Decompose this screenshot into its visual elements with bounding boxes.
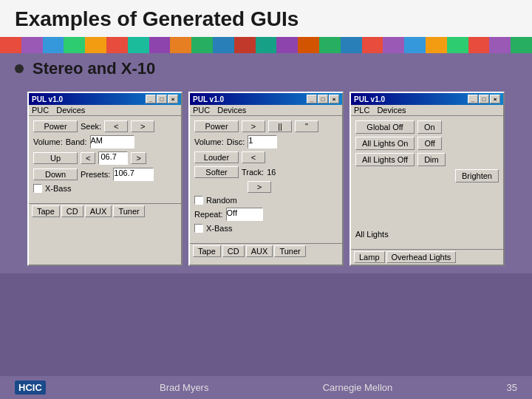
win2-tab-cd[interactable]: CD bbox=[222, 245, 245, 257]
win1-maximize[interactable]: □ bbox=[157, 95, 167, 103]
win2-minimize[interactable]: _ bbox=[307, 95, 317, 103]
win1-menubar: PUC Devices bbox=[29, 105, 181, 116]
win1-controls: _ □ × bbox=[146, 95, 178, 103]
win3-off-btn[interactable]: Off bbox=[417, 137, 441, 150]
win3-maximize[interactable]: □ bbox=[479, 95, 489, 103]
win2-xbass-check[interactable] bbox=[194, 224, 203, 233]
win3-tab-lamp[interactable]: Lamp bbox=[354, 251, 385, 263]
win2-volume-label: Volume: bbox=[194, 137, 224, 146]
win2-menu-puc[interactable]: PUC bbox=[193, 106, 210, 115]
footer-logo: HCIC bbox=[15, 381, 46, 395]
win2-menu-devices[interactable]: Devices bbox=[217, 106, 246, 115]
win1-fwd-btn[interactable]: > bbox=[131, 152, 146, 164]
win3-tab-overhead[interactable]: Overhead Lights bbox=[386, 251, 457, 263]
win3-brighten-row: Brighten bbox=[355, 169, 499, 183]
win3-dim-btn[interactable]: Dim bbox=[417, 153, 446, 166]
win1-seek-label: Seek: bbox=[81, 122, 101, 131]
window-x10: PUL v1.0 _ □ × PLC Devices Global Off On… bbox=[349, 92, 505, 266]
win2-power-btn[interactable]: Power bbox=[194, 120, 239, 132]
win2-tab-aux[interactable]: AUX bbox=[246, 245, 273, 257]
win2-tab-tuner[interactable]: Tuner bbox=[274, 245, 305, 257]
win3-menubar: PLC Devices bbox=[351, 105, 503, 116]
win3-titlebar: PUL v1.0 _ □ × bbox=[351, 93, 503, 105]
win2-softer-btn[interactable]: Softer bbox=[194, 166, 239, 178]
win2-repeat-label: Repeat: bbox=[194, 210, 223, 219]
win1-minimize[interactable]: _ bbox=[146, 95, 156, 103]
win1-value-display: 06.7 bbox=[98, 151, 128, 165]
win1-tab-cd[interactable]: CD bbox=[61, 205, 83, 217]
win3-statusbar: Lamp Overhead Lights bbox=[351, 249, 503, 265]
win2-pause-btn[interactable]: || bbox=[268, 120, 292, 132]
window-cd: PUL v1.0 _ □ × PUC Devices Power > || " … bbox=[188, 92, 344, 266]
win3-on-btn[interactable]: On bbox=[417, 120, 442, 134]
win3-globaloff-row: Global Off On bbox=[355, 120, 499, 134]
win1-close[interactable]: × bbox=[168, 95, 178, 103]
win1-seek-back[interactable]: < bbox=[104, 120, 128, 132]
win1-up-btn[interactable]: Up bbox=[33, 152, 78, 164]
win2-random-check[interactable] bbox=[194, 196, 203, 205]
win2-track-label: Track: bbox=[242, 168, 264, 177]
win3-close[interactable]: × bbox=[490, 95, 500, 103]
win3-menu-devices[interactable]: Devices bbox=[377, 106, 406, 115]
win1-titlebar: PUL v1.0 _ □ × bbox=[29, 93, 181, 105]
win3-menu-plc[interactable]: PLC bbox=[354, 106, 369, 115]
win3-all-lights-label: All Lights bbox=[355, 230, 389, 239]
win2-title: PUL v1.0 bbox=[193, 95, 224, 103]
win2-play-btn[interactable]: > bbox=[242, 120, 265, 132]
win1-xbass-label: X-Bass bbox=[45, 184, 71, 193]
win3-allon-row: All Lights On Off bbox=[355, 137, 499, 150]
win2-tab-tape[interactable]: Tape bbox=[193, 245, 221, 257]
footer-center: Carnegie Mellon bbox=[323, 382, 393, 393]
win2-disc-select[interactable]: 1 bbox=[248, 135, 277, 149]
win1-volume-label: Volume: bbox=[33, 137, 63, 146]
win3-controls: _ □ × bbox=[468, 95, 500, 103]
win2-xbass-row: X-Bass bbox=[194, 224, 338, 233]
win2-controls: _ □ × bbox=[307, 95, 339, 103]
win2-repeat-row: Repeat: Off bbox=[194, 208, 338, 221]
win3-alloff-row: All Lights Off Dim bbox=[355, 153, 499, 166]
win1-presets-select[interactable]: 106.7 bbox=[113, 168, 154, 181]
win1-power-btn[interactable]: Power bbox=[33, 120, 78, 132]
win3-minimize[interactable]: _ bbox=[468, 95, 478, 103]
win2-statusbar: Tape CD AUX Tuner bbox=[190, 243, 342, 259]
win1-tab-tape[interactable]: Tape bbox=[32, 205, 60, 217]
win2-repeat-select[interactable]: Off bbox=[226, 208, 263, 221]
win1-band-label: Band: bbox=[66, 137, 87, 146]
win1-seek-fwd[interactable]: > bbox=[131, 120, 154, 132]
win2-stop-btn[interactable]: " bbox=[295, 120, 318, 132]
win2-fwd-btn[interactable]: > bbox=[248, 181, 271, 193]
win3-alllights-label-row: All Lights bbox=[355, 230, 499, 239]
win1-band-select[interactable]: AM bbox=[90, 135, 134, 149]
win2-titlebar: PUL v1.0 _ □ × bbox=[190, 93, 342, 105]
win2-xbass-label: X-Bass bbox=[206, 224, 232, 233]
win3-brighten-btn[interactable]: Brighten bbox=[455, 169, 499, 183]
win1-down-btn[interactable]: Down bbox=[33, 168, 78, 180]
win3-global-off-btn[interactable]: Global Off bbox=[355, 120, 415, 134]
footer-page-number: 35 bbox=[507, 382, 517, 393]
win1-xbass-check[interactable] bbox=[33, 184, 42, 193]
header: Examples of Generated GUIs bbox=[0, 0, 532, 37]
win2-menubar: PUC Devices bbox=[190, 105, 342, 116]
bullet-label: Stereo and X-10 bbox=[33, 59, 155, 78]
win1-presets-label: Presets: bbox=[81, 170, 110, 179]
win2-close[interactable]: × bbox=[329, 95, 339, 103]
footer-left: Brad Myers bbox=[160, 382, 208, 393]
win1-menu-puc[interactable]: PUC bbox=[32, 106, 49, 115]
win1-tab-tuner[interactable]: Tuner bbox=[113, 205, 144, 217]
win1-back-btn[interactable]: < bbox=[81, 152, 95, 164]
win3-all-lights-off-btn[interactable]: All Lights Off bbox=[355, 153, 415, 166]
footer: HCIC Brad Myers Carnegie Mellon 35 bbox=[0, 376, 532, 399]
win1-menu-devices[interactable]: Devices bbox=[56, 106, 85, 115]
win1-statusbar: Tape CD AUX Tuner bbox=[29, 203, 181, 219]
win2-maximize[interactable]: □ bbox=[318, 95, 328, 103]
win3-all-lights-on-btn[interactable]: All Lights On bbox=[355, 137, 415, 150]
win3-body: Global Off On All Lights On Off All Ligh… bbox=[351, 116, 503, 246]
win2-random-label: Random bbox=[206, 196, 237, 205]
win2-louder-btn[interactable]: Louder bbox=[194, 151, 239, 163]
win1-presets-row: Down Presets: 106.7 bbox=[33, 168, 177, 181]
win2-volume-row: Volume: Disc: 1 bbox=[194, 135, 338, 149]
win2-louder-row: Louder < bbox=[194, 151, 338, 163]
win1-tab-aux[interactable]: AUX bbox=[85, 205, 112, 217]
win2-back-btn[interactable]: < bbox=[242, 151, 265, 163]
win1-updown-row: Up < 06.7 > bbox=[33, 151, 177, 165]
